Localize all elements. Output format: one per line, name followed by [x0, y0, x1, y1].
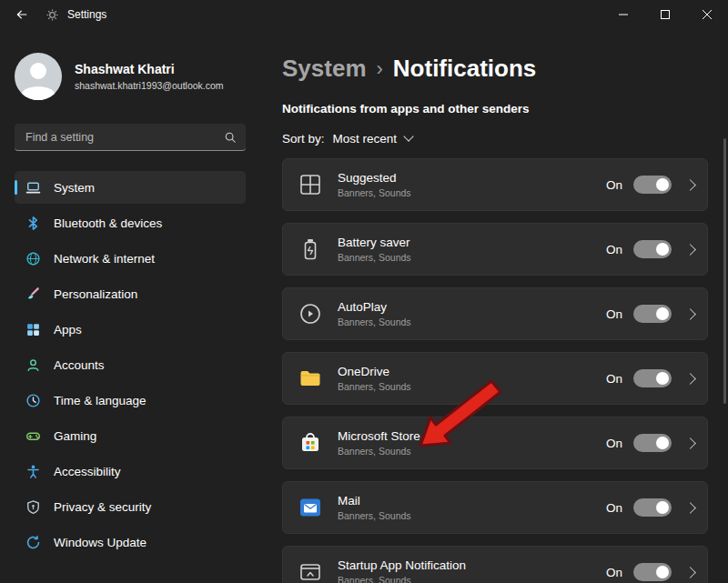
- titlebar: Settings: [0, 0, 728, 29]
- chevron-right-icon[interactable]: [684, 179, 696, 191]
- sidebar-item-accounts[interactable]: Accounts: [15, 348, 246, 381]
- personalization-brush-icon: [25, 286, 41, 302]
- notification-row-startup-app-notification[interactable]: Startup App NotificationBanners, SoundsO…: [282, 546, 708, 583]
- app-name: Suggested: [338, 171, 411, 185]
- section-title: Notifications from apps and other sender…: [282, 102, 708, 117]
- sidebar: Shashwat Khatri shashwat.khatri1993@outl…: [0, 29, 260, 583]
- sidebar-item-label: Apps: [54, 323, 82, 337]
- app-subtitle: Banners, Sounds: [338, 317, 411, 327]
- notification-toggle-onedrive[interactable]: [633, 369, 672, 387]
- minimize-icon: [619, 10, 628, 19]
- chevron-right-icon[interactable]: [684, 373, 696, 385]
- toggle-state-label: On: [606, 566, 622, 579]
- app-subtitle: Banners, Sounds: [338, 252, 411, 263]
- breadcrumb: System › Notifications: [282, 53, 708, 84]
- app-name: OneDrive: [338, 365, 411, 378]
- user-profile[interactable]: Shashwat Khatri shashwat.khatri1993@outl…: [15, 53, 246, 100]
- chevron-right-icon[interactable]: [684, 244, 696, 256]
- search-box[interactable]: [15, 124, 246, 151]
- app-name: Microsoft Store: [338, 429, 420, 443]
- chevron-right-icon[interactable]: [684, 437, 696, 449]
- toggle-knob: [656, 178, 669, 191]
- globe-icon: [25, 251, 41, 266]
- notification-row-battery-saver[interactable]: Battery saverBanners, SoundsOn: [282, 223, 708, 276]
- app-subtitle: Banners, Sounds: [338, 187, 411, 198]
- toggle-state-label: On: [606, 178, 622, 192]
- notification-toggle-battery-saver[interactable]: [633, 240, 672, 258]
- app-name: AutoPlay: [338, 300, 411, 314]
- app-subtitle: Banners, Sounds: [338, 381, 411, 392]
- breadcrumb-system[interactable]: System: [282, 55, 367, 83]
- notification-app-list: SuggestedBanners, SoundsOnBattery saverB…: [282, 158, 708, 583]
- sidebar-item-bluetooth-devices[interactable]: Bluetooth & devices: [15, 206, 246, 239]
- notification-row-suggested[interactable]: SuggestedBanners, SoundsOn: [282, 158, 708, 211]
- startup-app-icon: [298, 559, 323, 583]
- sidebar-item-apps[interactable]: Apps: [15, 313, 246, 346]
- app-name: Startup App Notification: [338, 558, 466, 572]
- chevron-right-icon[interactable]: [684, 567, 696, 578]
- window-controls: [602, 0, 728, 29]
- maximize-button[interactable]: [644, 0, 686, 29]
- sidebar-item-label: Privacy & security: [54, 500, 151, 514]
- notification-toggle-suggested[interactable]: [633, 176, 672, 194]
- toggle-state-label: On: [606, 372, 622, 386]
- battery-icon: [298, 236, 323, 262]
- sort-dropdown[interactable]: Sort by: Most recent: [282, 129, 412, 147]
- sidebar-item-label: Personalization: [54, 287, 137, 301]
- suggested-window-icon: [298, 172, 323, 197]
- chevron-down-icon: [403, 131, 413, 141]
- notification-row-mail[interactable]: MailBanners, SoundsOn: [282, 481, 708, 534]
- notification-toggle-microsoft-store[interactable]: [633, 434, 672, 452]
- sidebar-item-privacy-security[interactable]: Privacy & security: [15, 490, 246, 523]
- toggle-knob: [656, 243, 669, 256]
- notification-row-onedrive[interactable]: OneDriveBanners, SoundsOn: [282, 352, 708, 405]
- sort-value: Most recent: [333, 132, 398, 146]
- accounts-person-icon: [25, 357, 41, 373]
- back-button[interactable]: [7, 0, 36, 29]
- toggle-state-label: On: [606, 307, 622, 321]
- notification-toggle-autoplay[interactable]: [633, 305, 672, 323]
- page-title: Notifications: [393, 55, 536, 83]
- main-content: System › Notifications Notifications fro…: [260, 29, 728, 583]
- sidebar-item-system[interactable]: System: [15, 171, 246, 204]
- scrollbar[interactable]: [723, 138, 726, 404]
- mail-envelope-icon: [298, 495, 323, 520]
- notification-row-microsoft-store[interactable]: Microsoft StoreBanners, SoundsOn: [282, 417, 708, 469]
- sidebar-nav: SystemBluetooth & devicesNetwork & inter…: [15, 171, 246, 558]
- update-arrows-icon: [25, 535, 41, 550]
- toggle-state-label: On: [606, 437, 622, 450]
- sidebar-item-network-internet[interactable]: Network & internet: [15, 242, 246, 275]
- profile-email: shashwat.khatri1993@outlook.com: [75, 80, 224, 91]
- apps-grid-icon: [25, 322, 41, 337]
- sidebar-item-time-language[interactable]: Time & language: [15, 384, 246, 417]
- sidebar-item-windows-update[interactable]: Windows Update: [15, 526, 246, 558]
- breadcrumb-chevron-icon: ›: [377, 55, 383, 81]
- maximize-icon: [661, 10, 670, 19]
- sidebar-item-label: Accessibility: [54, 465, 121, 478]
- notification-toggle-startup-app-notification[interactable]: [633, 563, 672, 581]
- minimize-button[interactable]: [602, 0, 644, 29]
- toggle-knob: [656, 307, 669, 320]
- clock-icon: [25, 393, 41, 408]
- close-button[interactable]: [686, 0, 728, 29]
- sidebar-item-label: Accounts: [54, 358, 105, 372]
- sidebar-item-gaming[interactable]: Gaming: [15, 419, 246, 452]
- gamepad-icon: [25, 428, 41, 444]
- selected-accent-bar: [15, 180, 17, 195]
- chevron-right-icon[interactable]: [684, 308, 696, 320]
- notification-row-autoplay[interactable]: AutoPlayBanners, SoundsOn: [282, 287, 708, 340]
- notification-toggle-mail[interactable]: [633, 498, 672, 517]
- sidebar-item-personalization[interactable]: Personalization: [15, 277, 246, 310]
- search-input[interactable]: [24, 130, 224, 145]
- sort-label: Sort by:: [282, 132, 325, 146]
- window-title: Settings: [67, 8, 106, 21]
- profile-name: Shashwat Khatri: [75, 62, 224, 77]
- toggle-state-label: On: [606, 501, 622, 515]
- sidebar-item-accessibility[interactable]: Accessibility: [15, 455, 246, 488]
- sidebar-item-label: Windows Update: [54, 536, 147, 549]
- chevron-right-icon[interactable]: [684, 502, 696, 514]
- avatar: [15, 53, 62, 100]
- toggle-knob: [656, 566, 669, 578]
- autoplay-icon: [298, 301, 323, 327]
- search-icon: [224, 131, 237, 144]
